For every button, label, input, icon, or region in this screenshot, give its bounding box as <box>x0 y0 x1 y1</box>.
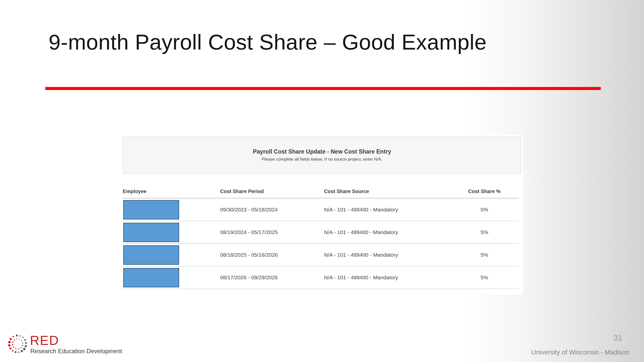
form-header-box: Payroll Cost Share Update - New Cost Sha… <box>123 137 521 174</box>
payroll-form-screenshot: Payroll Cost Share Update - New Cost Sha… <box>120 135 523 295</box>
period-cell: 08/17/2026 - 09/29/2026 <box>220 275 324 281</box>
title-underline-rule <box>45 87 601 90</box>
percent-cell: 5% <box>450 275 519 281</box>
column-header-percent: Cost Share % <box>450 189 519 194</box>
presentation-slide: 9-month Payroll Cost Share – Good Exampl… <box>0 0 644 362</box>
red-logo-icon <box>7 333 29 355</box>
logo-subtitle: Research Education Development <box>30 348 122 355</box>
source-cell: N/A - 101 - 489400 - Mandatory <box>324 252 450 258</box>
table-header-row: Employee Cost Share Period Cost Share So… <box>123 173 519 199</box>
page-number: 31 <box>613 333 622 343</box>
employee-redaction-box <box>123 268 179 287</box>
page-title: 9-month Payroll Cost Share – Good Exampl… <box>49 30 487 55</box>
employee-redaction-box <box>123 200 179 219</box>
institution-name: University of Wisconsin - Madison <box>531 348 629 356</box>
period-cell: 08/18/2025 - 05/16/2026 <box>220 252 324 258</box>
table-row: 08/19/2024 - 05/17/2025 N/A - 101 - 4894… <box>123 221 519 244</box>
logo-acronym: RED <box>30 333 59 348</box>
source-cell: N/A - 101 - 489400 - Mandatory <box>324 229 450 235</box>
column-header-employee: Employee <box>123 189 220 194</box>
column-header-source: Cost Share Source <box>324 189 450 194</box>
employee-cell <box>123 268 220 287</box>
percent-cell: 5% <box>450 252 519 258</box>
employee-cell <box>123 200 220 219</box>
period-cell: 08/19/2024 - 05/17/2025 <box>220 229 324 235</box>
source-cell: N/A - 101 - 489400 - Mandatory <box>324 275 450 281</box>
employee-cell <box>123 245 220 265</box>
table-row: 08/18/2025 - 05/16/2026 N/A - 101 - 4894… <box>123 244 519 266</box>
column-header-period: Cost Share Period <box>220 189 324 194</box>
employee-redaction-box <box>123 223 179 242</box>
employee-cell <box>123 223 220 242</box>
form-header-subtitle: Please complete all fields below. If no … <box>262 157 382 162</box>
table-row: 09/30/2023 - 05/18/2024 N/A - 101 - 4894… <box>123 199 519 221</box>
cost-share-table: Employee Cost Share Period Cost Share So… <box>123 173 519 289</box>
table-row: 08/17/2026 - 09/29/2026 N/A - 101 - 4894… <box>123 266 519 289</box>
employee-redaction-box <box>123 245 179 265</box>
form-header-title: Payroll Cost Share Update - New Cost Sha… <box>253 148 391 155</box>
percent-cell: 5% <box>450 229 519 235</box>
period-cell: 09/30/2023 - 05/18/2024 <box>220 207 324 213</box>
percent-cell: 5% <box>450 207 519 213</box>
source-cell: N/A - 101 - 489400 - Mandatory <box>324 207 450 213</box>
